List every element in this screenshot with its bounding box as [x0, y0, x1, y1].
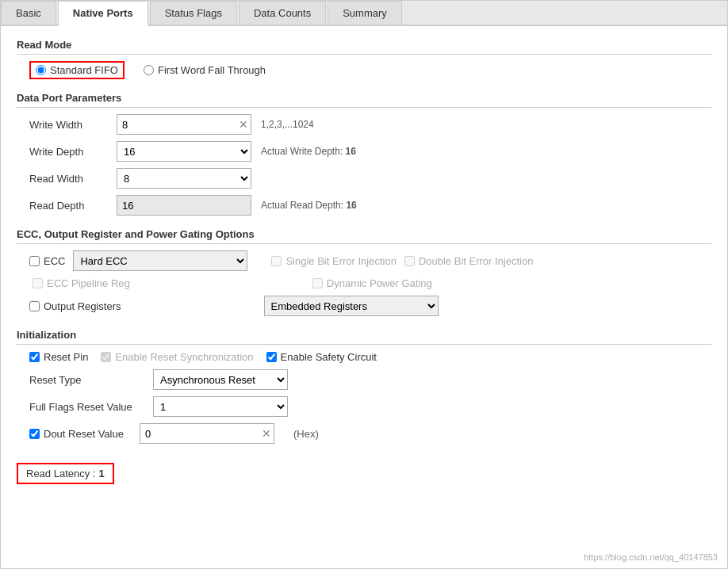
output-registers-checkbox[interactable]	[29, 301, 40, 311]
actual-read-depth-value: 16	[346, 200, 356, 211]
initialization-section: Initialization Reset Pin Enable Reset Sy…	[17, 329, 711, 444]
write-width-input-wrap: ✕	[117, 114, 251, 135]
watermark: https://blog.csdn.net/qq_40147853	[584, 552, 718, 562]
read-depth-hint: Actual Read Depth: 16	[261, 200, 357, 211]
write-width-label: Write Width	[29, 119, 117, 131]
actual-write-depth-value: 16	[346, 146, 356, 157]
dout-reset-checkbox[interactable]	[29, 429, 40, 439]
ecc-pipeline-reg-text: ECC Pipeline Reg	[47, 277, 130, 289]
tab-data-counts[interactable]: Data Counts	[239, 1, 326, 25]
dynamic-power-gating-label: Dynamic Power Gating	[312, 277, 432, 289]
read-mode-section: Read Mode Standard FIFO First Word Fall …	[17, 39, 711, 79]
reset-type-label: Reset Type	[29, 374, 140, 386]
write-depth-select[interactable]: 16 32 64 128 256 512 1024	[117, 141, 251, 162]
ecc-row2: ECC Pipeline Reg Dynamic Power Gating	[29, 277, 711, 289]
read-width-row: Read Width 8 16 32	[17, 168, 711, 189]
dynamic-power-gating-checkbox	[312, 278, 323, 288]
double-bit-error-text: Double Bit Error Injection	[419, 255, 534, 267]
tab-bar: Basic Native Ports Status Flags Data Cou…	[1, 1, 727, 26]
dout-reset-clear-icon[interactable]: ✕	[262, 427, 271, 440]
reset-pin-checkbox[interactable]	[29, 352, 40, 362]
full-flags-reset-label: Full Flags Reset Value	[29, 401, 140, 413]
initialization-title: Initialization	[17, 329, 711, 345]
double-bit-error-label: Double Bit Error Injection	[404, 255, 534, 267]
read-mode-row: Standard FIFO First Word Fall Through	[17, 61, 711, 79]
init-row3: Full Flags Reset Value 1 0	[29, 396, 711, 417]
ecc-checkbox-label[interactable]: ECC	[29, 255, 65, 267]
single-bit-error-checkbox	[271, 256, 282, 266]
enable-safety-circuit-checkbox[interactable]	[266, 352, 277, 362]
dout-reset-input[interactable]	[140, 423, 274, 444]
read-width-select[interactable]: 8 16 32	[117, 168, 251, 189]
reset-pin-label[interactable]: Reset Pin	[29, 351, 88, 363]
double-bit-error-checkbox	[404, 256, 415, 266]
ecc-type-select[interactable]: Hard ECC Soft ECC	[73, 250, 247, 271]
ecc-row1: ECC Hard ECC Soft ECC Single Bit Error I…	[29, 250, 711, 271]
single-bit-error-text: Single Bit Error Injection	[285, 255, 396, 267]
read-latency-value: 1	[98, 468, 104, 479]
ecc-checkbox[interactable]	[29, 256, 40, 266]
read-width-label: Read Width	[29, 173, 117, 185]
enable-safety-circuit-label[interactable]: Enable Safety Circuit	[266, 351, 377, 363]
write-width-row: Write Width ✕ 1,2,3,...1024	[17, 114, 711, 135]
enable-reset-sync-text: Enable Reset Synchronization	[115, 351, 253, 363]
output-reg-type-select[interactable]: Embedded Registers Fabric Registers No R…	[264, 296, 439, 316]
read-depth-row: Read Depth Actual Read Depth: 16	[17, 195, 711, 216]
enable-reset-sync-label: Enable Reset Synchronization	[101, 351, 253, 363]
single-bit-error-label: Single Bit Error Injection	[271, 255, 396, 267]
ecc-section: ECC, Output Register and Power Gating Op…	[17, 228, 711, 316]
write-depth-label: Write Depth	[29, 146, 117, 158]
write-depth-row: Write Depth 16 32 64 128 256 512 1024 Ac…	[17, 141, 711, 162]
first-word-radio[interactable]	[144, 65, 154, 75]
dout-reset-label[interactable]: Dout Reset Value	[29, 428, 124, 440]
enable-reset-sync-checkbox	[101, 352, 111, 362]
init-row2: Reset Type Asynchronous Reset Synchronou…	[29, 369, 711, 390]
tab-summary[interactable]: Summary	[328, 1, 402, 25]
read-mode-title: Read Mode	[17, 39, 711, 55]
read-depth-input	[117, 195, 251, 216]
ecc-title: ECC, Output Register and Power Gating Op…	[17, 228, 711, 244]
write-width-hint: 1,2,3,...1024	[261, 119, 314, 130]
first-word-label: First Word Fall Through	[158, 64, 266, 76]
hex-label: (Hex)	[293, 428, 319, 440]
dout-reset-text: Dout Reset Value	[44, 428, 124, 440]
tab-native-ports[interactable]: Native Ports	[58, 1, 148, 26]
ecc-pipeline-reg-label: ECC Pipeline Reg	[33, 277, 130, 289]
ecc-row3: Output Registers Embedded Registers Fabr…	[29, 296, 711, 316]
read-latency-section: Read Latency : 1	[17, 456, 711, 484]
read-depth-label: Read Depth	[29, 200, 117, 212]
standard-fifo-label: Standard FIFO	[50, 64, 118, 76]
reset-pin-text: Reset Pin	[44, 351, 88, 363]
dout-reset-input-wrap: ✕	[140, 423, 274, 444]
content-area: Read Mode Standard FIFO First Word Fall …	[1, 26, 727, 497]
read-latency-box: Read Latency : 1	[17, 463, 114, 484]
read-latency-label: Read Latency :	[26, 468, 95, 479]
tab-status-flags[interactable]: Status Flags	[150, 1, 237, 25]
standard-fifo-radio[interactable]	[36, 65, 46, 75]
data-port-section: Data Port Parameters Write Width ✕ 1,2,3…	[17, 92, 711, 216]
init-row1: Reset Pin Enable Reset Synchronization E…	[29, 351, 711, 363]
output-registers-text: Output Registers	[44, 300, 121, 312]
first-word-radio-label[interactable]: First Word Fall Through	[144, 64, 266, 76]
init-content: Reset Pin Enable Reset Synchronization E…	[17, 351, 711, 444]
init-row4: Dout Reset Value ✕ (Hex)	[29, 423, 711, 444]
ecc-label: ECC	[44, 255, 65, 267]
ecc-content: ECC Hard ECC Soft ECC Single Bit Error I…	[17, 250, 711, 316]
ecc-pipeline-reg-checkbox	[33, 278, 43, 288]
standard-fifo-radio-label[interactable]: Standard FIFO	[29, 61, 125, 79]
write-width-clear-icon[interactable]: ✕	[239, 118, 248, 131]
reset-type-select[interactable]: Asynchronous Reset Synchronous Reset	[153, 369, 288, 390]
write-depth-hint: Actual Write Depth: 16	[261, 146, 356, 157]
data-port-title: Data Port Parameters	[17, 92, 711, 108]
full-flags-reset-select[interactable]: 1 0	[153, 396, 288, 417]
write-width-input[interactable]	[117, 114, 251, 135]
output-registers-label[interactable]: Output Registers	[29, 300, 121, 312]
tab-basic[interactable]: Basic	[1, 1, 56, 25]
dynamic-power-gating-text: Dynamic Power Gating	[327, 277, 432, 289]
enable-safety-circuit-text: Enable Safety Circuit	[281, 351, 377, 363]
